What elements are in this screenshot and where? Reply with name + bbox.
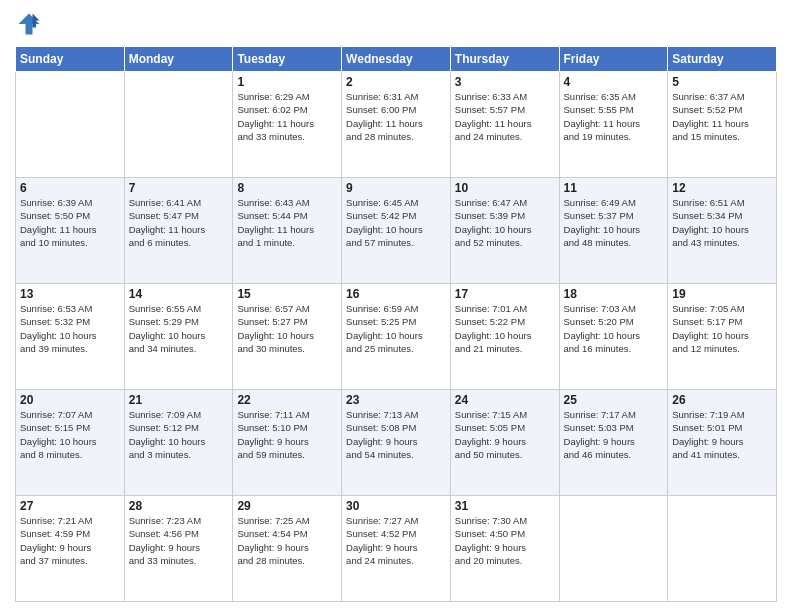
calendar-cell: 13Sunrise: 6:53 AM Sunset: 5:32 PM Dayli… [16, 284, 125, 390]
day-info: Sunrise: 6:45 AM Sunset: 5:42 PM Dayligh… [346, 196, 446, 249]
day-info: Sunrise: 7:19 AM Sunset: 5:01 PM Dayligh… [672, 408, 772, 461]
day-info: Sunrise: 6:33 AM Sunset: 5:57 PM Dayligh… [455, 90, 555, 143]
day-info: Sunrise: 6:53 AM Sunset: 5:32 PM Dayligh… [20, 302, 120, 355]
day-number: 26 [672, 393, 772, 407]
logo [15, 10, 47, 38]
day-number: 17 [455, 287, 555, 301]
day-number: 5 [672, 75, 772, 89]
header [15, 10, 777, 38]
calendar-cell: 4Sunrise: 6:35 AM Sunset: 5:55 PM Daylig… [559, 72, 668, 178]
day-info: Sunrise: 7:01 AM Sunset: 5:22 PM Dayligh… [455, 302, 555, 355]
day-info: Sunrise: 6:43 AM Sunset: 5:44 PM Dayligh… [237, 196, 337, 249]
page: SundayMondayTuesdayWednesdayThursdayFrid… [0, 0, 792, 612]
calendar-cell: 21Sunrise: 7:09 AM Sunset: 5:12 PM Dayli… [124, 390, 233, 496]
calendar-cell [16, 72, 125, 178]
week-row-1: 1Sunrise: 6:29 AM Sunset: 6:02 PM Daylig… [16, 72, 777, 178]
weekday-header-saturday: Saturday [668, 47, 777, 72]
weekday-header-thursday: Thursday [450, 47, 559, 72]
day-number: 19 [672, 287, 772, 301]
day-number: 7 [129, 181, 229, 195]
day-info: Sunrise: 7:30 AM Sunset: 4:50 PM Dayligh… [455, 514, 555, 567]
calendar-cell: 7Sunrise: 6:41 AM Sunset: 5:47 PM Daylig… [124, 178, 233, 284]
day-number: 13 [20, 287, 120, 301]
day-number: 6 [20, 181, 120, 195]
calendar-cell: 26Sunrise: 7:19 AM Sunset: 5:01 PM Dayli… [668, 390, 777, 496]
day-number: 22 [237, 393, 337, 407]
day-info: Sunrise: 7:27 AM Sunset: 4:52 PM Dayligh… [346, 514, 446, 567]
day-info: Sunrise: 6:41 AM Sunset: 5:47 PM Dayligh… [129, 196, 229, 249]
calendar-cell: 29Sunrise: 7:25 AM Sunset: 4:54 PM Dayli… [233, 496, 342, 602]
day-number: 27 [20, 499, 120, 513]
calendar-cell [124, 72, 233, 178]
day-number: 24 [455, 393, 555, 407]
day-number: 16 [346, 287, 446, 301]
day-info: Sunrise: 7:17 AM Sunset: 5:03 PM Dayligh… [564, 408, 664, 461]
day-number: 30 [346, 499, 446, 513]
day-info: Sunrise: 7:15 AM Sunset: 5:05 PM Dayligh… [455, 408, 555, 461]
day-number: 28 [129, 499, 229, 513]
calendar-cell: 12Sunrise: 6:51 AM Sunset: 5:34 PM Dayli… [668, 178, 777, 284]
calendar-table: SundayMondayTuesdayWednesdayThursdayFrid… [15, 46, 777, 602]
week-row-2: 6Sunrise: 6:39 AM Sunset: 5:50 PM Daylig… [16, 178, 777, 284]
calendar-cell: 10Sunrise: 6:47 AM Sunset: 5:39 PM Dayli… [450, 178, 559, 284]
day-info: Sunrise: 6:31 AM Sunset: 6:00 PM Dayligh… [346, 90, 446, 143]
week-row-4: 20Sunrise: 7:07 AM Sunset: 5:15 PM Dayli… [16, 390, 777, 496]
calendar-cell: 14Sunrise: 6:55 AM Sunset: 5:29 PM Dayli… [124, 284, 233, 390]
day-info: Sunrise: 6:49 AM Sunset: 5:37 PM Dayligh… [564, 196, 664, 249]
day-info: Sunrise: 6:59 AM Sunset: 5:25 PM Dayligh… [346, 302, 446, 355]
calendar-cell: 28Sunrise: 7:23 AM Sunset: 4:56 PM Dayli… [124, 496, 233, 602]
day-number: 29 [237, 499, 337, 513]
day-number: 11 [564, 181, 664, 195]
calendar-cell: 25Sunrise: 7:17 AM Sunset: 5:03 PM Dayli… [559, 390, 668, 496]
week-row-5: 27Sunrise: 7:21 AM Sunset: 4:59 PM Dayli… [16, 496, 777, 602]
calendar-cell: 1Sunrise: 6:29 AM Sunset: 6:02 PM Daylig… [233, 72, 342, 178]
weekday-header-wednesday: Wednesday [342, 47, 451, 72]
day-info: Sunrise: 7:13 AM Sunset: 5:08 PM Dayligh… [346, 408, 446, 461]
day-info: Sunrise: 6:55 AM Sunset: 5:29 PM Dayligh… [129, 302, 229, 355]
weekday-row: SundayMondayTuesdayWednesdayThursdayFrid… [16, 47, 777, 72]
day-info: Sunrise: 6:35 AM Sunset: 5:55 PM Dayligh… [564, 90, 664, 143]
calendar-cell: 11Sunrise: 6:49 AM Sunset: 5:37 PM Dayli… [559, 178, 668, 284]
day-info: Sunrise: 7:23 AM Sunset: 4:56 PM Dayligh… [129, 514, 229, 567]
calendar-cell: 19Sunrise: 7:05 AM Sunset: 5:17 PM Dayli… [668, 284, 777, 390]
day-info: Sunrise: 6:57 AM Sunset: 5:27 PM Dayligh… [237, 302, 337, 355]
weekday-header-monday: Monday [124, 47, 233, 72]
day-number: 20 [20, 393, 120, 407]
day-info: Sunrise: 7:21 AM Sunset: 4:59 PM Dayligh… [20, 514, 120, 567]
day-info: Sunrise: 7:07 AM Sunset: 5:15 PM Dayligh… [20, 408, 120, 461]
calendar-cell: 5Sunrise: 6:37 AM Sunset: 5:52 PM Daylig… [668, 72, 777, 178]
calendar-cell: 31Sunrise: 7:30 AM Sunset: 4:50 PM Dayli… [450, 496, 559, 602]
calendar-cell: 15Sunrise: 6:57 AM Sunset: 5:27 PM Dayli… [233, 284, 342, 390]
day-number: 23 [346, 393, 446, 407]
day-info: Sunrise: 6:47 AM Sunset: 5:39 PM Dayligh… [455, 196, 555, 249]
calendar-cell: 23Sunrise: 7:13 AM Sunset: 5:08 PM Dayli… [342, 390, 451, 496]
day-number: 14 [129, 287, 229, 301]
day-info: Sunrise: 7:25 AM Sunset: 4:54 PM Dayligh… [237, 514, 337, 567]
logo-icon [15, 10, 43, 38]
day-info: Sunrise: 6:39 AM Sunset: 5:50 PM Dayligh… [20, 196, 120, 249]
day-info: Sunrise: 7:09 AM Sunset: 5:12 PM Dayligh… [129, 408, 229, 461]
calendar-cell [559, 496, 668, 602]
day-number: 15 [237, 287, 337, 301]
calendar-cell: 18Sunrise: 7:03 AM Sunset: 5:20 PM Dayli… [559, 284, 668, 390]
day-info: Sunrise: 6:51 AM Sunset: 5:34 PM Dayligh… [672, 196, 772, 249]
day-number: 18 [564, 287, 664, 301]
svg-marker-1 [33, 14, 40, 28]
day-info: Sunrise: 6:37 AM Sunset: 5:52 PM Dayligh… [672, 90, 772, 143]
day-number: 2 [346, 75, 446, 89]
calendar-cell [668, 496, 777, 602]
day-info: Sunrise: 7:11 AM Sunset: 5:10 PM Dayligh… [237, 408, 337, 461]
day-number: 25 [564, 393, 664, 407]
day-number: 1 [237, 75, 337, 89]
week-row-3: 13Sunrise: 6:53 AM Sunset: 5:32 PM Dayli… [16, 284, 777, 390]
calendar-cell: 30Sunrise: 7:27 AM Sunset: 4:52 PM Dayli… [342, 496, 451, 602]
day-number: 9 [346, 181, 446, 195]
calendar-cell: 20Sunrise: 7:07 AM Sunset: 5:15 PM Dayli… [16, 390, 125, 496]
day-number: 3 [455, 75, 555, 89]
calendar-cell: 16Sunrise: 6:59 AM Sunset: 5:25 PM Dayli… [342, 284, 451, 390]
calendar-cell: 8Sunrise: 6:43 AM Sunset: 5:44 PM Daylig… [233, 178, 342, 284]
day-info: Sunrise: 6:29 AM Sunset: 6:02 PM Dayligh… [237, 90, 337, 143]
calendar-cell: 9Sunrise: 6:45 AM Sunset: 5:42 PM Daylig… [342, 178, 451, 284]
calendar-cell: 17Sunrise: 7:01 AM Sunset: 5:22 PM Dayli… [450, 284, 559, 390]
calendar-cell: 2Sunrise: 6:31 AM Sunset: 6:00 PM Daylig… [342, 72, 451, 178]
